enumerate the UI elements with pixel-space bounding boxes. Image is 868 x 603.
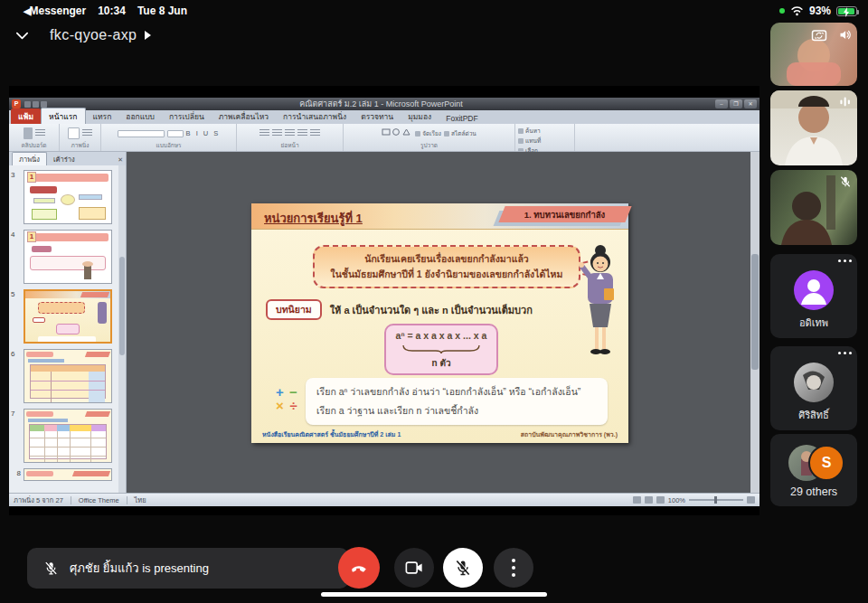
shapes-gallery-icon[interactable] (382, 127, 412, 140)
hang-up-button[interactable] (338, 547, 380, 589)
mic-muted-button[interactable] (443, 548, 483, 588)
slide-footer-left: หนังสือเรียนคณิตศาสตร์ ชั้นมัธยมศึกษาปีท… (262, 429, 401, 439)
replace-button[interactable]: แทนที่ (518, 137, 571, 146)
wifi-icon (790, 5, 804, 16)
canvas-scrollbar[interactable] (750, 152, 760, 493)
clock: 10:34 (98, 5, 126, 17)
meeting-code-label: fkc-qyoe-axp (50, 27, 137, 43)
panel-tab-outline[interactable]: เค้าร่าง (47, 153, 81, 165)
avatar-initial: S (808, 445, 844, 481)
ppt-workspace: ภาพนิ่ง เค้าร่าง ✕ 3 1 (9, 152, 760, 493)
ribbon-group-clipboard: คลิปบอร์ด (9, 124, 60, 151)
close-button[interactable]: ✕ (744, 99, 757, 108)
math-operators-icon: + − × ÷ (273, 385, 300, 412)
tab-view[interactable]: มุมมอง (401, 108, 439, 124)
battery-percent: 93% (809, 5, 831, 17)
language-indicator: ไทย (135, 495, 146, 505)
font-size-combo[interactable] (167, 130, 184, 137)
ribbon-tab-strip: แฟ้ม หน้าแรก แทรก ออกแบบ การเปลี่ยน ภาพเ… (9, 110, 760, 124)
participant-tile-sirisit[interactable]: ศิริสิทธิ์ (770, 346, 857, 430)
home-indicator[interactable] (321, 592, 547, 597)
tab-transitions[interactable]: การเปลี่ยน (162, 108, 212, 124)
slideshow-view-button[interactable] (656, 496, 665, 504)
ribbon-group-drawing: จัดเรียง สไตล์ด่วน รูปวาด (344, 124, 515, 151)
camera-flip-icon[interactable] (811, 28, 827, 42)
slide-thumbnail-6[interactable]: 6 (11, 349, 118, 403)
video-tile-participant-1[interactable] (770, 90, 857, 165)
camera-toggle-button[interactable] (394, 548, 434, 588)
fit-to-window-button[interactable] (747, 496, 755, 504)
slide-layout-options[interactable] (82, 129, 92, 137)
align-center-button[interactable] (297, 129, 307, 137)
meet-call-screen: ◀ Messenger 10:34 Tue 8 Jun 93% fkc-qyoe… (0, 0, 868, 603)
participant-name: อดิเทพ (770, 315, 857, 331)
tab-review[interactable]: ตรวจทาน (354, 108, 401, 124)
align-right-button[interactable] (310, 129, 320, 137)
slide-thumbnail-5-selected[interactable]: 5 (11, 289, 118, 344)
tab-animations[interactable]: ภาพเคลื่อนไหว (212, 108, 276, 124)
zoom-slider[interactable] (689, 499, 743, 501)
participant-tile-aditep[interactable]: อดิเทพ (770, 254, 857, 338)
font-name-combo[interactable] (118, 130, 165, 137)
slide-thumbnail-7[interactable]: 7 (11, 409, 118, 463)
panel-tabs: ภาพนิ่ง เค้าร่าง ✕ (9, 152, 126, 165)
ribbon-group-paragraph: ย่อหน้า (237, 124, 344, 151)
normal-view-button[interactable] (633, 496, 641, 504)
minimize-button[interactable]: – (715, 99, 728, 108)
video-tile-participant-2[interactable] (770, 170, 857, 245)
paste-icon[interactable] (24, 127, 33, 139)
date: Tue 8 Jun (137, 5, 187, 17)
more-options-icon[interactable] (838, 352, 852, 354)
thumbnail-preview: 1 (24, 230, 112, 284)
mic-off-icon (43, 561, 59, 576)
overflow-participants-tile[interactable]: S 29 others (770, 434, 857, 506)
others-count: 29 others (770, 485, 857, 498)
maximize-button[interactable]: ❐ (730, 99, 742, 108)
panel-tab-slides[interactable]: ภาพนิ่ง (12, 152, 47, 165)
ribbon-group-slides: ภาพนิ่ง (60, 124, 101, 151)
numbering-button[interactable] (272, 129, 282, 137)
definition-label: บทนิยาม (266, 299, 322, 320)
quick-styles-button[interactable]: สไตล์ด่วน (444, 129, 476, 138)
slide-counter: ภาพนิ่ง 5 จาก 27 (14, 495, 63, 505)
tab-foxitpdf[interactable]: FoxitPDF (439, 112, 485, 124)
body-line-1: เรียก aⁿ ว่าเลขยกกำลัง อ่านว่า “เอยกกำลั… (316, 382, 597, 401)
slide-thumbnail-8[interactable]: 8 (11, 468, 118, 481)
screenshare-view: P คณิตศาสตร์ ม.2 เล่ม 1 - Microsoft Powe… (9, 86, 760, 515)
slide-footer-right: สถาบันพัฒนาคุณภาพวิชาการ (พว.) (521, 429, 618, 439)
slide-body-box: เรียก aⁿ ว่าเลขยกกำลัง อ่านว่า “เอยกกำลั… (306, 378, 608, 425)
slide-callout: นักเรียนเคยเรียนเรื่องเลขยกกำลังมาแล้ว ใ… (313, 245, 580, 288)
teacher-illustration (576, 243, 623, 359)
more-options-button[interactable] (494, 548, 533, 588)
ribbon-group-editing: ค้นหา แทนที่ เลือก การแก้ไข (515, 124, 575, 151)
arrange-button[interactable]: จัดเรียง (415, 129, 441, 138)
panel-close-button[interactable]: ✕ (118, 156, 123, 164)
slide-thumbnail-4[interactable]: 4 1 (11, 230, 118, 284)
tab-slideshow[interactable]: การนำเสนอภาพนิ่ง (276, 108, 354, 124)
new-slide-icon[interactable] (68, 127, 80, 139)
tab-home[interactable]: หน้าแรก (41, 108, 85, 124)
meeting-code[interactable]: fkc-qyoe-axp (50, 27, 151, 43)
bullets-button[interactable] (259, 129, 269, 137)
tab-file[interactable]: แฟ้ม (11, 108, 41, 124)
video-tile-self[interactable] (770, 23, 857, 86)
back-to-app-label[interactable]: Messenger (29, 5, 86, 17)
panel-scrollbar[interactable] (118, 165, 126, 493)
thumbnail-preview (24, 409, 112, 463)
find-button[interactable]: ค้นหา (518, 127, 571, 136)
participant-name: ศิริสิทธิ์ (770, 407, 857, 423)
quick-access-toolbar[interactable] (24, 101, 47, 108)
underbrace (400, 344, 483, 353)
sorter-view-button[interactable] (645, 496, 653, 504)
more-options-icon[interactable] (838, 259, 852, 262)
expand-arrow-icon (144, 31, 151, 40)
mic-off-icon (454, 559, 472, 577)
slide-thumbnail-3[interactable]: 3 1 (11, 170, 118, 224)
tab-insert[interactable]: แทรก (86, 108, 119, 124)
tab-design[interactable]: ออกแบบ (118, 108, 162, 124)
font-style-buttons[interactable]: B I U S (186, 129, 221, 137)
chevron-down-icon[interactable] (14, 28, 30, 43)
align-left-button[interactable] (285, 129, 295, 137)
clipboard-actions[interactable] (35, 129, 45, 137)
speaker-icon[interactable] (838, 28, 852, 42)
